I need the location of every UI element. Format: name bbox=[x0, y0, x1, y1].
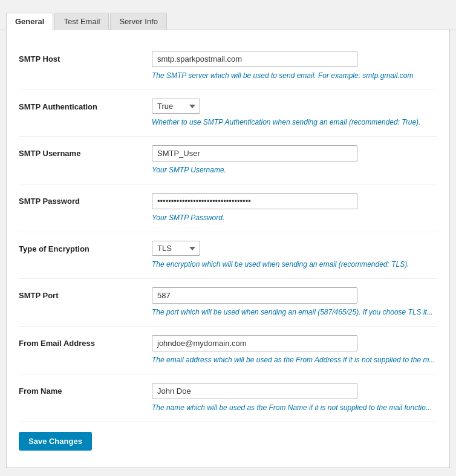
smtp-host-label: SMTP Host bbox=[19, 51, 152, 64]
from-email-label: From Email Address bbox=[19, 335, 152, 348]
smtp-username-hint: Your SMTP Username. bbox=[152, 165, 437, 175]
field-row-smtp-username: SMTP Username Your SMTP Username. bbox=[19, 137, 437, 184]
smtp-host-content: The SMTP server which will be used to se… bbox=[152, 51, 437, 81]
tab-test-email[interactable]: Test Email bbox=[54, 13, 109, 30]
tab-general[interactable]: General bbox=[6, 13, 53, 30]
smtp-port-content: The port which will be used when sending… bbox=[152, 287, 437, 318]
encryption-label: Type of Encryption bbox=[19, 241, 152, 253]
smtp-password-hint: Your SMTP Password. bbox=[152, 212, 437, 223]
smtp-port-label: SMTP Port bbox=[19, 287, 152, 300]
smtp-port-hint: The port which will be used when sending… bbox=[152, 307, 437, 318]
smtp-auth-content: True False Whether to use SMTP Authentic… bbox=[152, 99, 437, 128]
field-row-encryption: Type of Encryption TLS SSL None The encr… bbox=[19, 232, 437, 279]
from-email-content: The email address which will be used as … bbox=[152, 335, 437, 365]
tab-server-info[interactable]: Server Info bbox=[110, 13, 167, 30]
settings-panel: SMTP Host The SMTP server which will be … bbox=[6, 30, 450, 468]
from-name-label: From Name bbox=[19, 383, 152, 396]
field-row-from-name: From Name The name which will be used as… bbox=[19, 374, 437, 422]
field-row-smtp-auth: SMTP Authentication True False Whether t… bbox=[19, 90, 437, 137]
smtp-password-input[interactable] bbox=[152, 193, 357, 209]
smtp-host-hint: The SMTP server which will be used to se… bbox=[152, 70, 437, 81]
save-button[interactable]: Save Changes bbox=[19, 432, 92, 451]
encryption-content: TLS SSL None The encryption which will b… bbox=[152, 241, 437, 270]
field-row-smtp-port: SMTP Port The port which will be used wh… bbox=[19, 279, 437, 327]
from-name-hint: The name which will be used as the From … bbox=[152, 402, 437, 413]
field-row-smtp-host: SMTP Host The SMTP server which will be … bbox=[19, 42, 437, 90]
smtp-auth-select[interactable]: True False bbox=[152, 99, 200, 114]
smtp-host-input[interactable] bbox=[152, 51, 357, 67]
smtp-password-label: SMTP Password bbox=[19, 193, 152, 206]
tab-bar: General Test Email Server Info bbox=[0, 6, 456, 30]
smtp-username-input[interactable] bbox=[152, 145, 357, 161]
smtp-password-content: Your SMTP Password. bbox=[152, 193, 437, 223]
field-row-smtp-password: SMTP Password Your SMTP Password. bbox=[19, 184, 437, 232]
smtp-username-label: SMTP Username bbox=[19, 145, 152, 158]
field-row-from-email: From Email Address The email address whi… bbox=[19, 327, 437, 374]
smtp-auth-label: SMTP Authentication bbox=[19, 99, 152, 111]
encryption-select[interactable]: TLS SSL None bbox=[152, 241, 200, 256]
from-email-input[interactable] bbox=[152, 335, 357, 351]
smtp-username-content: Your SMTP Username. bbox=[152, 145, 437, 175]
smtp-auth-hint: Whether to use SMTP Authentication when … bbox=[152, 117, 437, 128]
save-section: Save Changes bbox=[19, 422, 437, 455]
from-name-input[interactable] bbox=[152, 383, 357, 399]
from-name-content: The name which will be used as the From … bbox=[152, 383, 437, 413]
encryption-hint: The encryption which will be used when s… bbox=[152, 259, 437, 270]
from-email-hint: The email address which will be used as … bbox=[152, 354, 437, 365]
smtp-port-input[interactable] bbox=[152, 287, 357, 304]
